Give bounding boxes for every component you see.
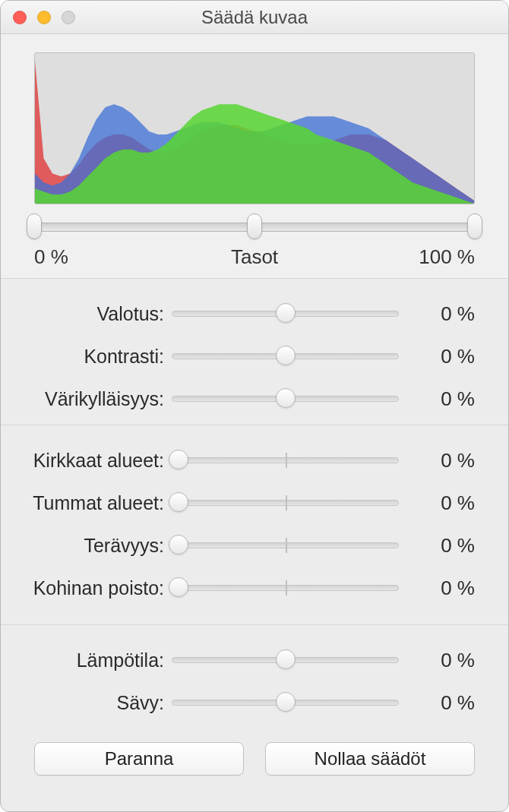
slider-midmark <box>286 453 287 468</box>
slider-value-valotus: 0 % <box>399 302 475 326</box>
slider-row-teravyys: Terävyys:0 % <box>16 524 475 567</box>
slider-thumb[interactable] <box>276 388 296 408</box>
slider-value-lampotila: 0 % <box>399 649 475 672</box>
slider-teravyys[interactable] <box>172 533 399 558</box>
slider-value-varikyll: 0 % <box>399 387 475 411</box>
slider-thumb[interactable] <box>169 577 188 597</box>
slider-row-varikyll: Värikylläisyys:0 % <box>16 378 475 420</box>
slider-midmark <box>286 538 287 553</box>
slider-thumb[interactable] <box>276 346 296 365</box>
levels-black-handle[interactable] <box>27 213 42 239</box>
slider-tummat[interactable] <box>172 491 399 515</box>
minimize-window-button[interactable] <box>37 11 51 24</box>
button-row: Paranna Nollaa säädöt <box>1 728 508 797</box>
zoom-window-button[interactable] <box>62 11 75 24</box>
slider-thumb[interactable] <box>169 450 188 469</box>
window-title: Säädä kuvaa <box>1 7 508 28</box>
slider-label-kirkkaat: Kirkkaat alueet: <box>16 450 172 472</box>
slider-label-tummat: Tummat alueet: <box>16 492 172 514</box>
slider-row-kohina: Kohinan poisto:0 % <box>16 567 475 609</box>
slider-label-savy: Sävy: <box>16 692 172 714</box>
group-temp: Lämpötila:0 %Sävy:0 % <box>1 625 508 728</box>
enhance-button-label: Paranna <box>105 748 174 769</box>
slider-row-savy: Sävy:0 % <box>16 681 475 724</box>
slider-label-kontrasti: Kontrasti: <box>16 346 172 368</box>
levels-mid-handle[interactable] <box>247 213 262 239</box>
slider-thumb[interactable] <box>169 535 188 554</box>
slider-label-kohina: Kohinan poisto: <box>16 577 172 599</box>
levels-right-label: 100 % <box>419 245 475 269</box>
slider-label-varikyll: Värikylläisyys: <box>16 388 172 410</box>
slider-row-lampotila: Lämpötila:0 % <box>16 639 475 681</box>
slider-row-kontrasti: Kontrasti:0 % <box>16 335 475 378</box>
levels-left-label: 0 % <box>34 245 68 269</box>
group-exposure: Valotus:0 %Kontrasti:0 %Värikylläisyys:0… <box>1 279 508 425</box>
slider-lampotila[interactable] <box>172 648 399 672</box>
slider-thumb[interactable] <box>276 649 296 669</box>
levels-white-handle[interactable] <box>467 213 482 239</box>
slider-kirkkaat[interactable] <box>172 448 399 472</box>
slider-thumb[interactable] <box>169 492 188 512</box>
slider-row-tummat: Tummat alueet:0 % <box>16 482 475 524</box>
slider-row-valotus: Valotus:0 % <box>16 292 475 335</box>
slider-row-kirkkaat: Kirkkaat alueet:0 % <box>16 439 475 482</box>
slider-midmark <box>286 580 287 596</box>
slider-value-tummat: 0 % <box>399 491 475 515</box>
close-window-button[interactable] <box>13 11 27 24</box>
adjust-image-window: Säädä kuvaa 0 % Tasot 100 % Valotus:0 %K… <box>0 0 509 812</box>
slider-label-valotus: Valotus: <box>16 303 172 325</box>
slider-savy[interactable] <box>172 690 399 715</box>
enhance-button[interactable]: Paranna <box>34 742 244 776</box>
slider-label-teravyys: Terävyys: <box>16 535 172 557</box>
levels-slider[interactable] <box>34 216 475 239</box>
slider-value-teravyys: 0 % <box>399 534 475 558</box>
slider-thumb[interactable] <box>276 303 296 323</box>
slider-value-kontrasti: 0 % <box>399 345 475 368</box>
slider-value-kirkkaat: 0 % <box>399 449 475 472</box>
slider-midmark <box>286 495 287 510</box>
slider-varikyll[interactable] <box>172 387 399 411</box>
slider-thumb[interactable] <box>276 692 296 712</box>
rgb-histogram <box>34 52 475 204</box>
titlebar: Säädä kuvaa <box>1 1 508 34</box>
window-controls <box>13 11 75 24</box>
slider-kontrasti[interactable] <box>172 344 399 368</box>
slider-valotus[interactable] <box>172 302 399 326</box>
histogram-section: 0 % Tasot 100 % <box>1 34 508 279</box>
slider-kohina[interactable] <box>172 576 399 600</box>
slider-value-savy: 0 % <box>399 691 475 715</box>
slider-label-lampotila: Lämpötila: <box>16 649 172 671</box>
reset-button-label: Nollaa säädöt <box>315 748 426 769</box>
levels-center-label: Tasot <box>231 245 278 269</box>
reset-button[interactable]: Nollaa säädöt <box>265 742 475 776</box>
slider-value-kohina: 0 % <box>399 577 475 600</box>
levels-labels: 0 % Tasot 100 % <box>34 245 475 269</box>
group-detail: Kirkkaat alueet:0 %Tummat alueet:0 %Terä… <box>1 425 508 625</box>
content: 0 % Tasot 100 % Valotus:0 %Kontrasti:0 %… <box>1 34 508 811</box>
